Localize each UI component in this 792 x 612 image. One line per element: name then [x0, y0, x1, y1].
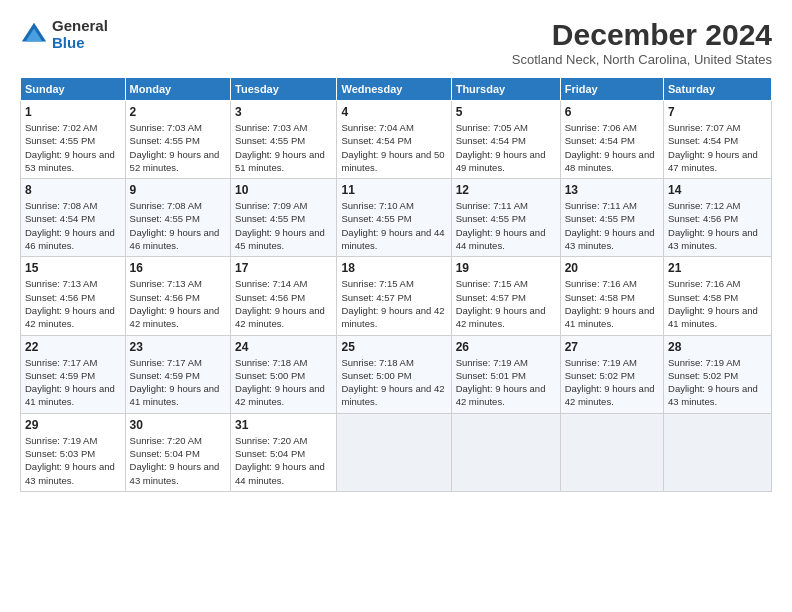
day-info: Sunrise: 7:06 AMSunset: 4:54 PMDaylight:…	[565, 121, 659, 174]
day-info: Sunrise: 7:15 AMSunset: 4:57 PMDaylight:…	[456, 277, 556, 330]
day-info: Sunrise: 7:13 AMSunset: 4:56 PMDaylight:…	[130, 277, 226, 330]
cell-1-2: 2Sunrise: 7:03 AMSunset: 4:55 PMDaylight…	[125, 101, 230, 179]
cell-5-5	[451, 413, 560, 491]
col-header-sunday: Sunday	[21, 78, 126, 101]
day-number: 25	[341, 340, 446, 354]
day-info: Sunrise: 7:16 AMSunset: 4:58 PMDaylight:…	[565, 277, 659, 330]
cell-4-1: 22Sunrise: 7:17 AMSunset: 4:59 PMDayligh…	[21, 335, 126, 413]
cell-5-6	[560, 413, 663, 491]
cell-3-3: 17Sunrise: 7:14 AMSunset: 4:56 PMDayligh…	[231, 257, 337, 335]
cell-1-7: 7Sunrise: 7:07 AMSunset: 4:54 PMDaylight…	[664, 101, 772, 179]
col-header-wednesday: Wednesday	[337, 78, 451, 101]
day-number: 27	[565, 340, 659, 354]
day-number: 9	[130, 183, 226, 197]
week-row-5: 29Sunrise: 7:19 AMSunset: 5:03 PMDayligh…	[21, 413, 772, 491]
cell-3-6: 20Sunrise: 7:16 AMSunset: 4:58 PMDayligh…	[560, 257, 663, 335]
day-number: 31	[235, 418, 332, 432]
cell-4-6: 27Sunrise: 7:19 AMSunset: 5:02 PMDayligh…	[560, 335, 663, 413]
day-number: 21	[668, 261, 767, 275]
day-info: Sunrise: 7:16 AMSunset: 4:58 PMDaylight:…	[668, 277, 767, 330]
cell-1-6: 6Sunrise: 7:06 AMSunset: 4:54 PMDaylight…	[560, 101, 663, 179]
day-info: Sunrise: 7:19 AMSunset: 5:02 PMDaylight:…	[565, 356, 659, 409]
day-info: Sunrise: 7:09 AMSunset: 4:55 PMDaylight:…	[235, 199, 332, 252]
week-row-4: 22Sunrise: 7:17 AMSunset: 4:59 PMDayligh…	[21, 335, 772, 413]
cell-5-7	[664, 413, 772, 491]
logo: General Blue	[20, 18, 108, 51]
cell-3-4: 18Sunrise: 7:15 AMSunset: 4:57 PMDayligh…	[337, 257, 451, 335]
cell-4-7: 28Sunrise: 7:19 AMSunset: 5:02 PMDayligh…	[664, 335, 772, 413]
header-row: SundayMondayTuesdayWednesdayThursdayFrid…	[21, 78, 772, 101]
col-header-friday: Friday	[560, 78, 663, 101]
week-row-3: 15Sunrise: 7:13 AMSunset: 4:56 PMDayligh…	[21, 257, 772, 335]
cell-1-1: 1Sunrise: 7:02 AMSunset: 4:55 PMDaylight…	[21, 101, 126, 179]
cell-1-3: 3Sunrise: 7:03 AMSunset: 4:55 PMDaylight…	[231, 101, 337, 179]
calendar-table: SundayMondayTuesdayWednesdayThursdayFrid…	[20, 77, 772, 492]
day-number: 1	[25, 105, 121, 119]
header: General Blue December 2024 Scotland Neck…	[20, 18, 772, 67]
day-number: 13	[565, 183, 659, 197]
day-info: Sunrise: 7:13 AMSunset: 4:56 PMDaylight:…	[25, 277, 121, 330]
day-info: Sunrise: 7:14 AMSunset: 4:56 PMDaylight:…	[235, 277, 332, 330]
day-number: 18	[341, 261, 446, 275]
cell-4-5: 26Sunrise: 7:19 AMSunset: 5:01 PMDayligh…	[451, 335, 560, 413]
day-info: Sunrise: 7:19 AMSunset: 5:03 PMDaylight:…	[25, 434, 121, 487]
cell-1-5: 5Sunrise: 7:05 AMSunset: 4:54 PMDaylight…	[451, 101, 560, 179]
day-info: Sunrise: 7:07 AMSunset: 4:54 PMDaylight:…	[668, 121, 767, 174]
day-number: 28	[668, 340, 767, 354]
day-number: 29	[25, 418, 121, 432]
cell-3-7: 21Sunrise: 7:16 AMSunset: 4:58 PMDayligh…	[664, 257, 772, 335]
cell-3-2: 16Sunrise: 7:13 AMSunset: 4:56 PMDayligh…	[125, 257, 230, 335]
day-number: 6	[565, 105, 659, 119]
day-number: 30	[130, 418, 226, 432]
day-number: 19	[456, 261, 556, 275]
day-info: Sunrise: 7:18 AMSunset: 5:00 PMDaylight:…	[341, 356, 446, 409]
day-info: Sunrise: 7:17 AMSunset: 4:59 PMDaylight:…	[130, 356, 226, 409]
cell-2-5: 12Sunrise: 7:11 AMSunset: 4:55 PMDayligh…	[451, 179, 560, 257]
cell-1-4: 4Sunrise: 7:04 AMSunset: 4:54 PMDaylight…	[337, 101, 451, 179]
col-header-thursday: Thursday	[451, 78, 560, 101]
day-number: 3	[235, 105, 332, 119]
day-number: 11	[341, 183, 446, 197]
logo-general: General	[52, 18, 108, 35]
day-info: Sunrise: 7:19 AMSunset: 5:01 PMDaylight:…	[456, 356, 556, 409]
day-info: Sunrise: 7:12 AMSunset: 4:56 PMDaylight:…	[668, 199, 767, 252]
cell-2-3: 10Sunrise: 7:09 AMSunset: 4:55 PMDayligh…	[231, 179, 337, 257]
day-info: Sunrise: 7:08 AMSunset: 4:55 PMDaylight:…	[130, 199, 226, 252]
day-number: 10	[235, 183, 332, 197]
logo-text: General Blue	[52, 18, 108, 51]
day-info: Sunrise: 7:19 AMSunset: 5:02 PMDaylight:…	[668, 356, 767, 409]
logo-blue: Blue	[52, 35, 108, 52]
page: General Blue December 2024 Scotland Neck…	[0, 0, 792, 612]
day-info: Sunrise: 7:20 AMSunset: 5:04 PMDaylight:…	[235, 434, 332, 487]
day-info: Sunrise: 7:04 AMSunset: 4:54 PMDaylight:…	[341, 121, 446, 174]
day-info: Sunrise: 7:10 AMSunset: 4:55 PMDaylight:…	[341, 199, 446, 252]
cell-2-7: 14Sunrise: 7:12 AMSunset: 4:56 PMDayligh…	[664, 179, 772, 257]
main-title: December 2024	[512, 18, 772, 52]
cell-2-1: 8Sunrise: 7:08 AMSunset: 4:54 PMDaylight…	[21, 179, 126, 257]
day-info: Sunrise: 7:11 AMSunset: 4:55 PMDaylight:…	[456, 199, 556, 252]
day-number: 4	[341, 105, 446, 119]
day-number: 24	[235, 340, 332, 354]
logo-icon	[20, 21, 48, 49]
col-header-tuesday: Tuesday	[231, 78, 337, 101]
day-number: 17	[235, 261, 332, 275]
cell-4-3: 24Sunrise: 7:18 AMSunset: 5:00 PMDayligh…	[231, 335, 337, 413]
col-header-saturday: Saturday	[664, 78, 772, 101]
day-number: 16	[130, 261, 226, 275]
day-number: 23	[130, 340, 226, 354]
cell-3-5: 19Sunrise: 7:15 AMSunset: 4:57 PMDayligh…	[451, 257, 560, 335]
cell-5-1: 29Sunrise: 7:19 AMSunset: 5:03 PMDayligh…	[21, 413, 126, 491]
cell-2-2: 9Sunrise: 7:08 AMSunset: 4:55 PMDaylight…	[125, 179, 230, 257]
day-info: Sunrise: 7:05 AMSunset: 4:54 PMDaylight:…	[456, 121, 556, 174]
cell-4-4: 25Sunrise: 7:18 AMSunset: 5:00 PMDayligh…	[337, 335, 451, 413]
day-number: 5	[456, 105, 556, 119]
day-info: Sunrise: 7:11 AMSunset: 4:55 PMDaylight:…	[565, 199, 659, 252]
day-number: 7	[668, 105, 767, 119]
sub-title: Scotland Neck, North Carolina, United St…	[512, 52, 772, 67]
day-info: Sunrise: 7:02 AMSunset: 4:55 PMDaylight:…	[25, 121, 121, 174]
day-info: Sunrise: 7:15 AMSunset: 4:57 PMDaylight:…	[341, 277, 446, 330]
col-header-monday: Monday	[125, 78, 230, 101]
cell-3-1: 15Sunrise: 7:13 AMSunset: 4:56 PMDayligh…	[21, 257, 126, 335]
day-number: 12	[456, 183, 556, 197]
cell-2-6: 13Sunrise: 7:11 AMSunset: 4:55 PMDayligh…	[560, 179, 663, 257]
